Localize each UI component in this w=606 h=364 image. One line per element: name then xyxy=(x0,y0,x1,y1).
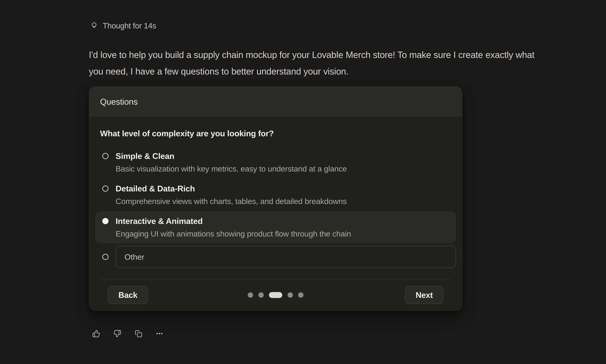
thought-label: Thought for 14s xyxy=(103,21,156,30)
more-options-icon[interactable] xyxy=(156,330,163,338)
other-option-input[interactable] xyxy=(116,246,456,268)
option-description: Basic visualization with key metrics, ea… xyxy=(116,164,347,174)
question-text: What level of complexity are you looking… xyxy=(100,128,451,139)
questions-card-title: Questions xyxy=(100,97,138,107)
radio-selected-icon[interactable] xyxy=(102,218,108,224)
progress-dot-5 xyxy=(298,292,304,298)
radio-unselected-icon[interactable] xyxy=(102,153,108,159)
back-button[interactable]: Back xyxy=(108,286,148,304)
copy-icon[interactable] xyxy=(135,330,142,338)
option-title: Interactive & Animated xyxy=(116,216,351,226)
option-detailed-data-rich[interactable]: Detailed & Data-Rich Comprehensive views… xyxy=(95,179,456,211)
assistant-message-text: I'd love to help you build a supply chai… xyxy=(89,47,539,80)
thought-toggle[interactable]: Thought for 14s xyxy=(90,21,539,30)
option-simple-clean[interactable]: Simple & Clean Basic visualization with … xyxy=(95,146,456,178)
option-title: Detailed & Data-Rich xyxy=(116,183,347,194)
next-button[interactable]: Next xyxy=(405,286,444,304)
message-actions xyxy=(92,330,539,338)
thumbs-up-icon[interactable] xyxy=(92,330,100,338)
radio-unselected-icon[interactable] xyxy=(102,185,108,192)
progress-dot-1 xyxy=(248,292,253,298)
option-other[interactable] xyxy=(95,246,456,268)
assistant-message-block: Thought for 14s I'd love to help you bui… xyxy=(89,21,539,338)
option-interactive-animated[interactable]: Interactive & Animated Engaging UI with … xyxy=(95,211,456,243)
questions-card-header: Questions xyxy=(89,87,462,117)
radio-unselected-icon[interactable] xyxy=(102,254,108,260)
progress-dot-3-active xyxy=(269,292,282,298)
option-title: Simple & Clean xyxy=(116,151,347,161)
questions-card-body: What level of complexity are you looking… xyxy=(89,117,462,311)
questions-card-footer: Back Next xyxy=(100,279,451,311)
chat-screen: Thought for 14s I'd love to help you bui… xyxy=(0,0,606,364)
thumbs-down-icon[interactable] xyxy=(113,330,121,338)
lightbulb-icon xyxy=(90,21,98,30)
option-description: Engaging UI with animations showing prod… xyxy=(116,229,351,239)
option-description: Comprehensive views with charts, tables,… xyxy=(116,196,347,206)
step-progress-indicator xyxy=(248,292,304,298)
questions-card: Questions What level of complexity are y… xyxy=(89,86,462,311)
progress-dot-4 xyxy=(287,292,293,298)
progress-dot-2 xyxy=(258,292,264,298)
